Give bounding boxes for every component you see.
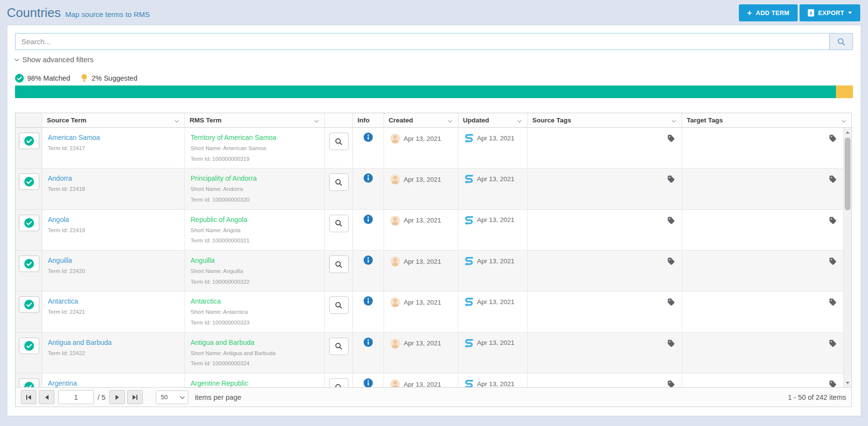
source-term-link[interactable]: Angola <box>48 216 69 223</box>
vertical-scrollbar[interactable] <box>843 128 851 387</box>
scroll-down-icon[interactable] <box>844 379 851 387</box>
row-search-button[interactable] <box>329 378 349 387</box>
info-icon[interactable] <box>364 133 373 142</box>
tag-icon[interactable] <box>667 216 675 226</box>
matched-label: 98% Matched <box>27 74 70 82</box>
info-cell <box>352 374 384 387</box>
rms-term-link[interactable]: Antigua and Barbuda <box>191 339 255 346</box>
row-search-button[interactable] <box>329 338 349 355</box>
matched-status-button[interactable] <box>19 296 39 313</box>
last-page-button[interactable] <box>127 390 143 404</box>
source-term-link[interactable]: Anguilla <box>48 256 72 264</box>
info-icon[interactable] <box>364 215 373 224</box>
row-search-button[interactable] <box>329 296 349 314</box>
user-avatar-icon <box>390 215 401 226</box>
chevron-down-icon[interactable] <box>314 118 318 122</box>
info-icon[interactable] <box>364 256 373 265</box>
tag-icon[interactable] <box>667 298 675 307</box>
column-header-target-tags[interactable]: Target Tags <box>682 113 851 128</box>
tag-icon[interactable] <box>667 175 675 185</box>
row-search-button[interactable] <box>329 256 349 273</box>
rms-term-link[interactable]: Argentine Republic <box>191 379 248 387</box>
row-search-button[interactable] <box>329 173 349 191</box>
chevron-down-icon[interactable] <box>517 118 521 122</box>
page-number-input[interactable] <box>58 390 94 404</box>
match-status-cell <box>16 374 42 387</box>
row-search-button[interactable] <box>329 215 349 232</box>
tag-icon[interactable] <box>667 339 675 349</box>
rms-term-link[interactable]: Antarctica <box>191 297 221 305</box>
check-circle-icon <box>15 74 24 83</box>
column-header-rms-term[interactable]: RMS Term <box>184 113 324 128</box>
row-search-cell <box>324 209 352 250</box>
page-titles: Countries Map source terms to RMS <box>7 5 150 20</box>
row-search-button[interactable] <box>329 133 349 150</box>
scroll-up-icon[interactable] <box>844 128 851 136</box>
page-size-select[interactable]: 50 <box>156 391 188 404</box>
tag-icon[interactable] <box>829 380 836 387</box>
chevron-down-icon[interactable] <box>174 118 178 122</box>
search-button[interactable] <box>829 33 853 50</box>
scrollbar-thumb[interactable] <box>845 137 851 210</box>
chevron-down-icon[interactable] <box>671 118 675 122</box>
page-subtitle: Map source terms to RMS <box>65 10 150 18</box>
tag-icon[interactable] <box>829 175 836 185</box>
advanced-filters-toggle[interactable]: Show advanced filters <box>15 55 94 64</box>
search-icon <box>334 383 343 387</box>
tag-icon[interactable] <box>667 134 675 144</box>
source-tags-cell <box>527 209 682 250</box>
updated-date: Apr 13, 2021 <box>477 298 515 306</box>
rms-term-link[interactable]: Republic of Angola <box>191 216 248 223</box>
prev-page-button[interactable] <box>39 390 54 404</box>
info-icon[interactable] <box>364 296 373 306</box>
source-term-cell: Angola Term Id: 22419 <box>42 209 184 250</box>
column-header-source-tags[interactable]: Source Tags <box>527 113 682 128</box>
info-icon[interactable] <box>364 173 373 183</box>
matched-status-button[interactable] <box>19 173 39 190</box>
column-header-source-term[interactable]: Source Term <box>42 113 184 128</box>
add-term-button[interactable]: + ADD TERM <box>739 4 798 21</box>
rms-term-link[interactable]: Anguilla <box>191 256 215 264</box>
tag-icon[interactable] <box>667 257 675 267</box>
search-input[interactable] <box>15 33 830 50</box>
column-header-created[interactable]: Created <box>384 113 458 128</box>
created-date: Apr 13, 2021 <box>404 299 441 306</box>
chevron-down-icon[interactable] <box>448 118 451 122</box>
suggested-label: 2% Suggested <box>92 74 137 82</box>
tag-icon[interactable] <box>829 216 836 226</box>
source-term-cell: Argentina Term Id: 22423 <box>42 374 184 387</box>
info-cell <box>352 251 384 291</box>
source-term-link[interactable]: Antigua and Barbuda <box>48 339 112 346</box>
rms-term-link[interactable]: Principality of Andorra <box>191 174 257 182</box>
matched-status-button[interactable] <box>19 338 39 354</box>
tag-icon[interactable] <box>667 380 675 387</box>
check-circle-icon <box>24 136 34 146</box>
matched-status-button[interactable] <box>19 215 39 231</box>
source-term-link[interactable]: Andorra <box>48 174 72 182</box>
tag-icon[interactable] <box>829 257 836 267</box>
row-search-cell <box>324 128 352 169</box>
updated-date: Apr 13, 2021 <box>477 380 515 387</box>
column-header-updated[interactable]: Updated <box>458 113 527 128</box>
user-avatar-icon <box>390 338 401 349</box>
source-term-link[interactable]: American Samoa <box>48 134 100 141</box>
source-term-link[interactable]: Argentina <box>48 379 77 387</box>
tag-icon[interactable] <box>829 298 836 307</box>
export-button[interactable]: EXPORT <box>800 4 860 21</box>
rms-term-link[interactable]: Territory of American Samoa <box>191 134 277 141</box>
matched-status-button[interactable] <box>19 378 39 387</box>
rms-term-id: Term Id: 100000000323 <box>191 319 318 327</box>
check-circle-icon <box>24 300 34 309</box>
row-search-cell <box>324 332 352 373</box>
matched-status-button[interactable] <box>19 256 39 272</box>
tag-icon[interactable] <box>829 134 836 144</box>
matched-status-button[interactable] <box>19 133 39 149</box>
match-progress-bar <box>15 85 853 98</box>
next-page-button[interactable] <box>109 390 125 404</box>
tag-icon[interactable] <box>829 339 836 349</box>
info-icon[interactable] <box>364 378 373 387</box>
info-icon[interactable] <box>364 338 373 347</box>
source-term-link[interactable]: Antarctica <box>48 297 78 305</box>
chevron-down-icon[interactable] <box>842 118 846 122</box>
first-page-button[interactable] <box>21 390 36 404</box>
